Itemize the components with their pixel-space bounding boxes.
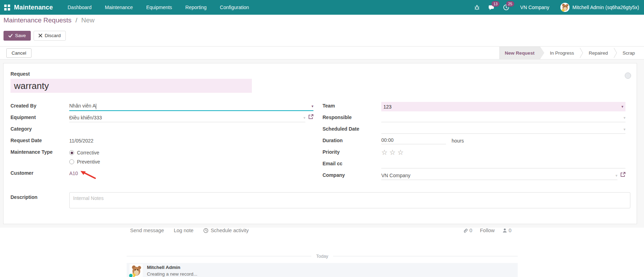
left-column: Created By Nhân viên A ▾ Equipment Điều …	[10, 102, 313, 181]
category-input[interactable]	[69, 125, 313, 133]
main-nav: Dashboard Maintenance Equipments Reporti…	[68, 5, 249, 10]
responsible-row: Responsible ▾	[323, 113, 625, 125]
chevron-down-icon[interactable]: ▾	[301, 116, 305, 120]
duration-label: Duration	[323, 137, 381, 143]
company-switcher[interactable]: VN Company	[520, 5, 549, 10]
date-divider-label: Today	[316, 254, 328, 259]
radio-corrective[interactable]: Corrective	[69, 149, 99, 155]
external-link-icon[interactable]	[620, 172, 625, 178]
customer-input[interactable]: A10	[69, 169, 313, 178]
cancel-button[interactable]: Cancel	[6, 48, 31, 58]
maintenance-type-row: Maintenance Type Corrective	[10, 148, 313, 157]
chevron-down-icon[interactable]: ▾	[621, 127, 625, 132]
team-input[interactable]: 123 ▾	[381, 102, 625, 111]
chevron-separator-icon	[580, 47, 583, 59]
nav-item-equipments[interactable]: Equipments	[146, 5, 172, 10]
statusbar: Cancel New Request In Progress Repaired …	[0, 46, 644, 60]
company-input[interactable]: VN Company ▾	[381, 171, 617, 180]
follow-button[interactable]: Follow	[480, 228, 495, 233]
debug-bug-icon[interactable]	[473, 3, 481, 12]
apps-grid-icon[interactable]	[0, 0, 14, 15]
stage-scrap[interactable]: Scrap	[617, 47, 641, 59]
scheduled-date-input[interactable]: ▾	[381, 125, 625, 134]
date-divider: Today	[127, 254, 518, 259]
customer-value-link[interactable]: A10	[69, 171, 78, 176]
created-by-row: Created By Nhân viên A ▾	[10, 102, 313, 113]
messages-menu-icon[interactable]: 13	[487, 3, 496, 12]
stage-steps: New Request In Progress Repaired Scrap	[499, 47, 644, 59]
nav-item-configuration[interactable]: Configuration	[220, 5, 249, 10]
schedule-activity-label: Schedule activity	[211, 228, 249, 233]
team-value: 123	[383, 104, 619, 110]
nav-item-dashboard[interactable]: Dashboard	[68, 5, 92, 10]
customer-label: Customer	[10, 169, 69, 176]
avatar-image	[560, 3, 569, 12]
company-value: VN Company	[381, 173, 613, 178]
request-field-label: Request	[10, 71, 30, 77]
external-link-icon[interactable]	[308, 114, 313, 120]
customer-row: Customer A10	[10, 169, 313, 181]
message-author[interactable]: Mitchell Admin	[147, 264, 197, 270]
responsible-input[interactable]: ▾	[381, 113, 625, 122]
top-navbar: Maintenance Dashboard Maintenance Equipm…	[0, 0, 644, 15]
email-cc-input[interactable]	[381, 160, 625, 168]
chatter-right-tools: 0 Follow 0	[463, 228, 514, 233]
breadcrumb-parent[interactable]: Maintenance Requests	[3, 16, 71, 24]
send-message-button[interactable]: Send message	[130, 228, 164, 233]
equipment-label: Equipment	[10, 113, 69, 120]
radio-selected-icon	[69, 150, 74, 155]
discard-button-label: Discard	[45, 33, 61, 38]
star-icon[interactable]: ☆	[389, 149, 396, 156]
chevron-down-icon[interactable]: ▾	[621, 116, 625, 120]
request-date-label: Request Date	[10, 137, 69, 143]
created-by-input[interactable]: Nhân viên A ▾	[69, 102, 313, 111]
duration-row: Duration 00:00 hours	[323, 137, 625, 148]
chatter-toolbar: Send message Log note Schedule activity …	[127, 227, 518, 234]
online-status-dot	[128, 273, 133, 277]
priority-row: Priority ☆ ☆ ☆	[323, 148, 625, 160]
chevron-down-icon[interactable]: ▾	[613, 173, 617, 178]
text-cursor	[96, 104, 96, 109]
log-note-button[interactable]: Log note	[174, 228, 193, 233]
save-button[interactable]: Save	[3, 31, 31, 41]
star-icon[interactable]: ☆	[397, 149, 404, 156]
description-textarea[interactable]	[69, 192, 630, 208]
request-title-input[interactable]: warranty	[10, 79, 252, 93]
chevron-down-icon[interactable]: ▾	[309, 104, 313, 109]
stage-new-request[interactable]: New Request	[499, 47, 540, 59]
equipment-row: Equipment Điều khiển/333 ▾	[10, 113, 313, 125]
followers-count: 0	[509, 228, 511, 233]
maintenance-type-label: Maintenance Type	[10, 148, 69, 155]
close-icon	[38, 34, 42, 37]
nav-item-maintenance[interactable]: Maintenance	[105, 5, 133, 10]
chatter-message: Mitchell Admin Creating a new record...	[127, 263, 518, 277]
topbar-right: 13 25 VN Company	[473, 3, 644, 12]
radio-preventive[interactable]: Preventive	[69, 158, 100, 165]
duration-input[interactable]: 00:00	[381, 137, 446, 144]
category-row: Category	[10, 125, 313, 137]
duration-unit: hours	[452, 138, 464, 144]
user-menu[interactable]: Mitchell Admin (sq6ha26gty5x)	[560, 3, 639, 12]
radio-preventive-label: Preventive	[77, 159, 100, 165]
nav-item-reporting[interactable]: Reporting	[185, 5, 207, 10]
breadcrumb-separator: /	[76, 16, 77, 24]
star-icon[interactable]: ☆	[381, 149, 388, 156]
activities-count-badge: 25	[506, 1, 514, 7]
chevron-separator-icon	[614, 47, 617, 59]
app-title[interactable]: Maintenance	[14, 4, 53, 11]
company-row: Company VN Company ▾	[323, 171, 625, 183]
description-label: Description	[10, 192, 69, 208]
breadcrumb-current: New	[81, 16, 94, 24]
equipment-value: Điều khiển/333	[69, 115, 301, 120]
chevron-down-icon[interactable]: ▾	[619, 104, 623, 109]
stage-repaired[interactable]: Repaired	[583, 47, 614, 59]
chatter: Send message Log note Schedule activity …	[127, 227, 518, 277]
followers-button[interactable]: 0	[502, 228, 511, 233]
equipment-input[interactable]: Điều khiển/333 ▾	[69, 113, 305, 122]
schedule-activity-button[interactable]: Schedule activity	[203, 228, 249, 233]
stage-in-progress[interactable]: In Progress	[544, 47, 580, 59]
activities-menu-icon[interactable]: 25	[502, 3, 510, 12]
discard-button[interactable]: Discard	[34, 31, 66, 41]
request-date-input[interactable]: 11/05/2022	[69, 137, 313, 145]
attachments-button[interactable]: 0	[463, 228, 472, 233]
